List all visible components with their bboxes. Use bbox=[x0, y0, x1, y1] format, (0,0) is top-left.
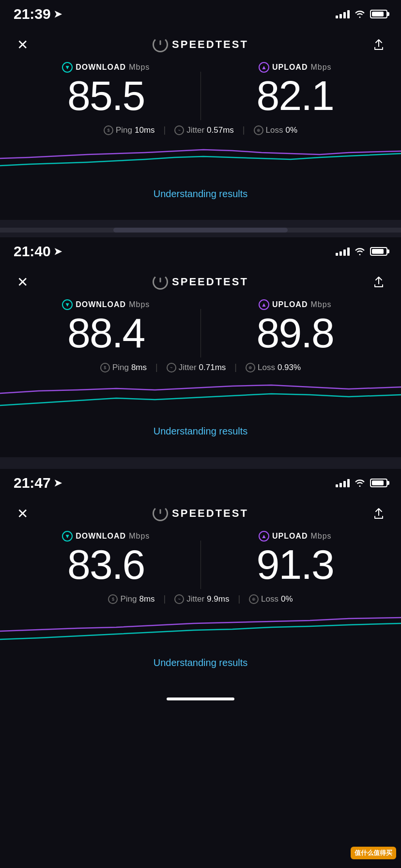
share-button-3[interactable] bbox=[368, 503, 389, 524]
close-icon-1: ✕ bbox=[17, 37, 28, 53]
wifi-icon-2 bbox=[355, 248, 365, 255]
upload-icon-2: ▲ bbox=[259, 299, 269, 310]
metrics-row-3: ▼ DOWNLOAD Mbps 83.6 ▲ UPLOAD Mbps 91.3 bbox=[12, 531, 389, 589]
upload-block-3: ▲ UPLOAD Mbps 91.3 bbox=[201, 531, 390, 585]
download-value-1: 85.5 bbox=[12, 75, 200, 116]
close-icon-3: ✕ bbox=[17, 506, 28, 522]
upload-value-3: 91.3 bbox=[201, 543, 390, 585]
loss-icon-1: ⊕ bbox=[254, 125, 263, 135]
share-button-2[interactable] bbox=[368, 271, 389, 293]
ping-segment-2: $ Ping 8ms bbox=[92, 363, 155, 372]
jitter-icon-3: ~ bbox=[174, 594, 184, 604]
status-bar-2: 21:40 ➤ bbox=[0, 237, 401, 263]
location-arrow-icon-2: ➤ bbox=[54, 246, 62, 257]
status-bar-3: 21:47 ➤ bbox=[0, 469, 401, 494]
metrics-row-1: ▼ DOWNLOAD Mbps 85.5 ▲ UPLOAD Mbps 82.1 bbox=[12, 62, 389, 120]
ping-row-2: $ Ping 8ms | ~ Jitter 0.71ms | ⊕ Loss 0.… bbox=[12, 362, 389, 372]
graph-area-2 bbox=[0, 376, 401, 415]
app-title-3: SPEEDTEST bbox=[153, 506, 248, 521]
battery-icon-1 bbox=[370, 10, 387, 18]
location-arrow-icon-3: ➤ bbox=[54, 477, 62, 489]
jitter-segment-3: ~ Jitter 9.9ms bbox=[166, 594, 238, 604]
signal-bars-1 bbox=[336, 10, 350, 18]
jitter-icon-2: ~ bbox=[167, 363, 176, 372]
speedtest-logo-1 bbox=[153, 37, 168, 52]
understanding-results-link-3[interactable]: Understanding results bbox=[12, 647, 389, 677]
upload-block-2: ▲ UPLOAD Mbps 89.8 bbox=[201, 299, 390, 354]
speedtest-card-2: ✕ SPEEDTEST ▼ DOWNLOAD Mbps bbox=[0, 263, 401, 457]
upload-value-1: 82.1 bbox=[201, 75, 390, 116]
app-title-1: SPEEDTEST bbox=[153, 37, 248, 52]
close-button-3[interactable]: ✕ bbox=[12, 503, 33, 524]
speedtest-logo-3 bbox=[153, 506, 168, 521]
status-bar-1: 21:39 ➤ bbox=[0, 0, 401, 25]
wifi-icon-3 bbox=[355, 479, 365, 487]
card-3: 21:47 ➤ ✕ bbox=[0, 469, 401, 689]
ping-icon-2: $ bbox=[100, 363, 110, 372]
jitter-segment-2: ~ Jitter 0.71ms bbox=[158, 363, 235, 372]
card-header-3: ✕ SPEEDTEST bbox=[12, 494, 389, 531]
loss-icon-3: ⊕ bbox=[249, 594, 259, 604]
download-icon-1: ▼ bbox=[62, 62, 73, 73]
download-block-3: ▼ DOWNLOAD Mbps 83.6 bbox=[12, 531, 200, 585]
status-icons-3 bbox=[336, 479, 387, 487]
card-2: 21:40 ➤ ✕ bbox=[0, 237, 401, 457]
loss-segment-2: ⊕ Loss 0.93% bbox=[237, 363, 309, 372]
download-value-2: 88.4 bbox=[12, 312, 200, 354]
ping-segment-1: $ Ping 10ms bbox=[95, 125, 164, 135]
speedtest-logo-2 bbox=[153, 274, 168, 290]
signal-bars-2 bbox=[336, 247, 350, 256]
upload-block-1: ▲ UPLOAD Mbps 82.1 bbox=[201, 62, 390, 116]
understanding-results-link-2[interactable]: Understanding results bbox=[12, 415, 389, 446]
metrics-row-2: ▼ DOWNLOAD Mbps 88.4 ▲ UPLOAD Mbps 89.8 bbox=[12, 299, 389, 357]
graph-area-3 bbox=[0, 608, 401, 647]
ping-segment-3: $ Ping 8ms bbox=[99, 594, 163, 604]
card-1: 21:39 ➤ ✕ bbox=[0, 0, 401, 220]
share-button-1[interactable] bbox=[368, 34, 389, 55]
location-arrow-icon: ➤ bbox=[54, 8, 62, 20]
speedtest-card-3: ✕ SPEEDTEST ▼ DOWNLOAD Mbps bbox=[0, 494, 401, 689]
watermark: 值什么值得买 bbox=[351, 847, 396, 859]
separator-1 bbox=[0, 220, 401, 228]
ping-icon-3: $ bbox=[108, 594, 118, 604]
bottom-indicator bbox=[0, 689, 401, 703]
understanding-results-link-1[interactable]: Understanding results bbox=[12, 178, 389, 208]
loss-icon-2: ⊕ bbox=[246, 363, 255, 372]
signal-bars-3 bbox=[336, 479, 350, 487]
scroll-bar-area bbox=[0, 228, 401, 232]
upload-icon-1: ▲ bbox=[259, 62, 269, 73]
upload-icon-3: ▲ bbox=[259, 531, 269, 542]
status-time-1: 21:39 ➤ bbox=[14, 6, 62, 22]
status-time-3: 21:47 ➤ bbox=[14, 475, 62, 491]
ping-row-1: $ Ping 10ms | ~ Jitter 0.57ms | ⊕ Loss 0… bbox=[12, 125, 389, 135]
separator-1b bbox=[0, 232, 401, 237]
loss-segment-1: ⊕ Loss 0% bbox=[245, 125, 307, 135]
battery-icon-3 bbox=[370, 479, 387, 487]
close-button-2[interactable]: ✕ bbox=[12, 271, 33, 293]
ping-row-3: $ Ping 8ms | ~ Jitter 9.9ms | ⊕ Loss 0% bbox=[12, 594, 389, 604]
download-block-2: ▼ DOWNLOAD Mbps 88.4 bbox=[12, 299, 200, 354]
battery-icon-2 bbox=[370, 247, 387, 256]
download-icon-3: ▼ bbox=[62, 531, 73, 542]
card-header-2: ✕ SPEEDTEST bbox=[12, 263, 389, 299]
jitter-icon-1: ~ bbox=[174, 125, 184, 135]
close-icon-2: ✕ bbox=[17, 274, 28, 290]
graph-area-1 bbox=[0, 139, 401, 178]
wifi-icon-1 bbox=[355, 10, 365, 18]
ping-icon-1: $ bbox=[104, 125, 113, 135]
loss-segment-3: ⊕ Loss 0% bbox=[240, 594, 302, 604]
upload-value-2: 89.8 bbox=[201, 312, 390, 354]
download-value-3: 83.6 bbox=[12, 543, 200, 585]
app-title-2: SPEEDTEST bbox=[153, 274, 248, 290]
status-icons-2 bbox=[336, 247, 387, 256]
speedtest-card-1: ✕ SPEEDTEST ▼ DOWNLOAD Mbps bbox=[0, 25, 401, 220]
status-time-2: 21:40 ➤ bbox=[14, 243, 62, 260]
jitter-segment-1: ~ Jitter 0.57ms bbox=[166, 125, 243, 135]
download-icon-2: ▼ bbox=[62, 299, 73, 310]
card-header-1: ✕ SPEEDTEST bbox=[12, 25, 389, 62]
status-icons-1 bbox=[336, 10, 387, 18]
close-button-1[interactable]: ✕ bbox=[12, 34, 33, 55]
download-block-1: ▼ DOWNLOAD Mbps 85.5 bbox=[12, 62, 200, 116]
scroll-indicator bbox=[167, 698, 234, 700]
separator-2 bbox=[0, 457, 401, 469]
